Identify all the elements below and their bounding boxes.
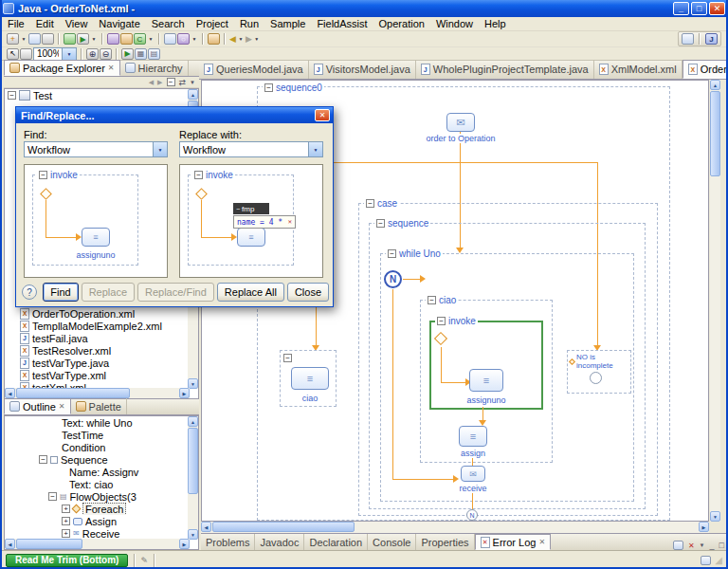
grid-icon[interactable]: ▦ bbox=[135, 48, 147, 60]
scroll-left-icon[interactable]: ◀ bbox=[5, 388, 15, 398]
expander-icon[interactable]: − bbox=[264, 83, 273, 92]
close-button[interactable]: ✕ bbox=[709, 2, 725, 15]
scroll-down-icon[interactable]: ▼ bbox=[710, 511, 720, 522]
menu-operation[interactable]: Operation bbox=[373, 17, 430, 30]
scroll-up-icon[interactable]: ▲ bbox=[188, 89, 198, 100]
assign-node[interactable]: ≡ bbox=[459, 426, 487, 447]
tab-problems[interactable]: Problems bbox=[201, 534, 255, 550]
play-icon[interactable]: ▶ bbox=[121, 48, 134, 60]
run-dropdown-icon[interactable]: ▼ bbox=[90, 36, 98, 42]
scroll-right-icon[interactable]: ▶ bbox=[179, 388, 190, 398]
scroll-left-icon[interactable]: ◀ bbox=[201, 522, 211, 532]
expander-icon[interactable]: − bbox=[39, 455, 47, 464]
canvas-vertical-scrollbar[interactable]: ▲ ▼ bbox=[710, 80, 720, 522]
menu-navigate[interactable]: Navigate bbox=[93, 17, 145, 30]
expander-icon[interactable]: − bbox=[428, 296, 436, 304]
scroll-thumb[interactable] bbox=[188, 428, 198, 494]
view-menu-icon[interactable]: ▼ bbox=[700, 542, 705, 548]
tab-visitorsmodel[interactable]: JVisitorsModel.java bbox=[309, 60, 416, 79]
new-wizard-icon[interactable]: + bbox=[7, 33, 19, 45]
close-tab-icon[interactable]: ✕ bbox=[59, 402, 65, 411]
menu-search[interactable]: Search bbox=[146, 17, 191, 30]
tree-node-file[interactable]: XOrderToOperation.xml bbox=[5, 307, 190, 320]
export-log-icon[interactable] bbox=[673, 541, 683, 550]
menu-sample[interactable]: Sample bbox=[264, 17, 311, 30]
expander-icon[interactable]: − bbox=[388, 249, 396, 258]
outline-vertical-scrollbar[interactable]: ▲ ▼ bbox=[188, 416, 198, 540]
assignuno-node[interactable]: ≡ bbox=[469, 369, 503, 392]
expander-icon[interactable]: − bbox=[437, 317, 446, 325]
status-heap-icon[interactable] bbox=[701, 556, 711, 565]
forward-tree-icon[interactable]: ▶ bbox=[157, 79, 162, 86]
search-dropdown-icon[interactable]: ▼ bbox=[191, 36, 198, 42]
layers-icon[interactable]: ▤ bbox=[148, 48, 160, 60]
outline-item-foreach[interactable]: + Foreach bbox=[5, 503, 198, 515]
maximize-button[interactable]: □ bbox=[691, 2, 707, 15]
menu-edit[interactable]: Edit bbox=[30, 17, 60, 30]
invoke-header[interactable]: − invoke bbox=[435, 316, 478, 326]
forward-icon[interactable]: ▶ bbox=[246, 34, 252, 44]
tab-wholeplugin[interactable]: JWholePluginProjectTemplate.java bbox=[416, 60, 594, 79]
new-class-dropdown-icon[interactable]: ▼ bbox=[147, 36, 155, 42]
tab-outline[interactable]: Outline ✕ bbox=[4, 398, 71, 414]
help-icon[interactable]: ? bbox=[22, 284, 37, 300]
gateway-node[interactable]: N bbox=[384, 270, 402, 288]
tab-console[interactable]: Console bbox=[368, 534, 416, 550]
expander-icon[interactable]: − bbox=[376, 219, 385, 228]
tab-hierarchy[interactable]: Hierarchy bbox=[120, 60, 189, 76]
clear-log-icon[interactable]: ✕ bbox=[688, 541, 695, 550]
tab-declaration[interactable]: Declaration bbox=[304, 534, 368, 550]
tree-node-file[interactable]: XtestVarType.xml bbox=[5, 369, 190, 381]
back-icon[interactable]: ◀ bbox=[229, 34, 236, 44]
expander-icon[interactable]: − bbox=[366, 199, 374, 208]
close-dialog-button[interactable]: Close bbox=[287, 283, 329, 302]
tab-package-explorer[interactable]: Package Explorer ✕ bbox=[4, 60, 120, 76]
tab-error-log[interactable]: ✕ Error Log ✕ bbox=[475, 534, 552, 550]
tree-node-file[interactable]: JtestVarType.java bbox=[5, 357, 190, 369]
back-tree-icon[interactable]: ◀ bbox=[149, 79, 154, 86]
while-uno-header[interactable]: − while Uno bbox=[386, 248, 443, 259]
outline-item[interactable]: − ▤ FlowObjects(3 bbox=[5, 490, 198, 503]
close-tab-icon[interactable]: ✕ bbox=[538, 538, 545, 546]
new-package-icon[interactable] bbox=[120, 33, 133, 45]
tab-xmlmodel[interactable]: XXmlModel.xml bbox=[594, 60, 682, 79]
tab-palette[interactable]: Palette bbox=[71, 398, 127, 414]
find-input[interactable] bbox=[25, 144, 153, 156]
view-menu-icon[interactable]: ▼ bbox=[190, 80, 195, 85]
scroll-thumb[interactable] bbox=[212, 522, 355, 532]
scroll-right-icon[interactable]: ▶ bbox=[699, 522, 709, 532]
order-node[interactable]: ✉ bbox=[446, 113, 475, 132]
expander-icon[interactable]: + bbox=[62, 517, 70, 525]
search-icon[interactable]: ○ bbox=[177, 33, 190, 45]
dialog-titlebar[interactable]: Find/Replace... ✕ bbox=[16, 107, 333, 123]
tab-ordertonet[interactable]: XOrderToNet.xml✕ bbox=[682, 60, 728, 79]
outline-item[interactable]: Text: while Uno bbox=[5, 416, 198, 429]
task-icon[interactable] bbox=[208, 33, 220, 45]
zoom-out-icon[interactable]: ⊖ bbox=[100, 48, 112, 60]
scroll-up-icon[interactable]: ▲ bbox=[710, 80, 720, 90]
new-dropdown-icon[interactable]: ▼ bbox=[20, 36, 27, 42]
print-icon[interactable] bbox=[42, 33, 54, 45]
tree-node-file[interactable]: XTestResolver.xml bbox=[5, 344, 190, 357]
tree-node-test[interactable]: − Test bbox=[5, 89, 198, 101]
scroll-thumb[interactable] bbox=[16, 539, 82, 549]
replace-find-button[interactable]: Replace/Find bbox=[137, 283, 214, 302]
outline-horizontal-scrollbar[interactable]: ◀ ▶ bbox=[5, 539, 190, 549]
outline-item[interactable]: + Assign bbox=[5, 515, 198, 527]
case-header[interactable]: − case bbox=[364, 198, 399, 209]
menu-help[interactable]: Help bbox=[479, 17, 512, 30]
zoom-in-icon[interactable]: ⊕ bbox=[86, 48, 99, 60]
menu-run[interactable]: Run bbox=[234, 17, 264, 30]
new-class-icon[interactable]: C bbox=[134, 33, 146, 45]
replace-dropdown-icon[interactable]: ▼ bbox=[308, 142, 322, 156]
menu-fieldassist[interactable]: FieldAssist bbox=[311, 17, 373, 30]
expander-icon[interactable]: − bbox=[283, 354, 292, 362]
resize-grip-icon[interactable]: ◢ bbox=[715, 555, 722, 565]
minimize-panel-icon[interactable]: _ bbox=[710, 541, 715, 550]
expander-icon[interactable]: − bbox=[48, 492, 57, 501]
tab-javadoc[interactable]: Javadoc bbox=[255, 534, 304, 550]
tab-queriesmodel[interactable]: JQueriesModel.java bbox=[199, 60, 309, 79]
scroll-thumb[interactable] bbox=[710, 91, 720, 176]
pe-horizontal-scrollbar[interactable]: ◀ ▶ bbox=[5, 388, 190, 398]
select-tool-icon[interactable]: ↖ bbox=[7, 48, 19, 60]
